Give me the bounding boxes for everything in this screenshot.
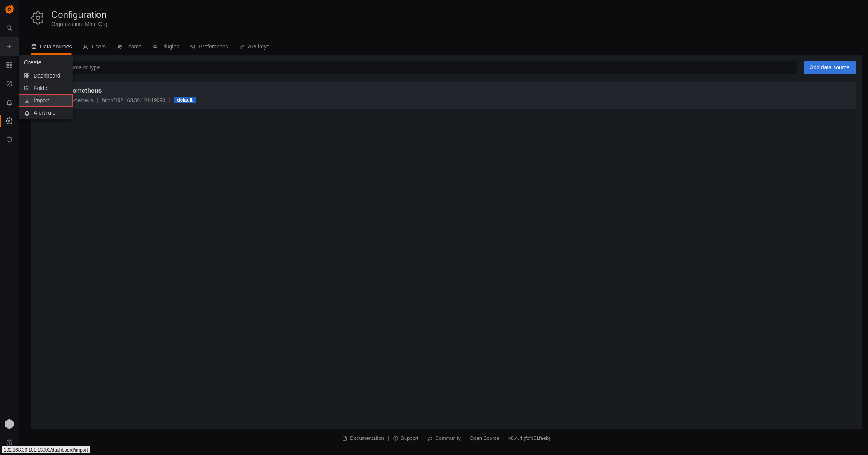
footer: Documentation | Support | Community | Op… <box>31 429 862 449</box>
create-flyout: Create Dashboard Folder Import Alert rul… <box>19 55 73 119</box>
nav-create[interactable] <box>0 37 19 56</box>
data-sources-panel: Add data source Prometheus Prometheus | … <box>31 55 862 429</box>
import-icon <box>24 98 30 103</box>
svg-point-9 <box>7 81 12 86</box>
tab-label: Users <box>91 43 106 50</box>
tab-label: Teams <box>126 43 141 50</box>
footer-community[interactable]: Community <box>427 435 461 441</box>
nav-server-admin[interactable] <box>0 130 19 149</box>
compass-icon <box>6 80 13 87</box>
nav-user[interactable] <box>0 415 19 433</box>
tab-data-sources[interactable]: Data sources <box>31 40 72 54</box>
nav-alerting[interactable] <box>0 93 19 112</box>
page-subtitle: Organization: Main Org. <box>51 21 109 27</box>
bell-icon <box>24 110 30 116</box>
key-icon <box>239 44 245 50</box>
tab-api-keys[interactable]: API keys <box>239 40 269 54</box>
flyout-title: Create <box>19 55 73 69</box>
svg-rect-7 <box>7 66 9 68</box>
database-icon <box>31 44 37 50</box>
svg-point-28 <box>191 45 192 47</box>
flyout-label: Import <box>34 97 49 103</box>
search-input[interactable] <box>37 61 797 74</box>
svg-rect-15 <box>28 73 29 75</box>
page-gear-icon <box>31 11 45 26</box>
data-source-url: http://192.168.30.101:19090 <box>102 97 165 103</box>
nav-configuration[interactable] <box>0 112 19 130</box>
footer-documentation[interactable]: Documentation <box>342 435 384 441</box>
search-icon <box>6 24 13 31</box>
users-icon <box>117 44 122 50</box>
svg-point-1 <box>7 26 11 30</box>
svg-rect-5 <box>7 62 9 64</box>
flyout-label: Folder <box>34 85 49 91</box>
page-header: Configuration Organization: Main Org. <box>31 9 862 27</box>
tab-label: Preferences <box>199 43 228 50</box>
apps-icon <box>24 73 30 79</box>
footer-version: v8.4.4 (fcfb01faeb) <box>508 435 550 441</box>
svg-point-21 <box>36 16 40 19</box>
svg-rect-17 <box>28 76 29 78</box>
svg-rect-8 <box>10 66 12 68</box>
tab-label: Data sources <box>40 43 72 50</box>
svg-marker-10 <box>9 83 10 85</box>
svg-point-13 <box>9 444 10 444</box>
default-badge: default <box>174 97 196 103</box>
grafana-logo[interactable] <box>0 0 19 19</box>
flyout-label: Alert rule <box>34 110 55 116</box>
help-icon <box>6 439 13 446</box>
footer-support[interactable]: Support <box>393 435 418 441</box>
tab-preferences[interactable]: Preferences <box>190 40 228 54</box>
svg-line-2 <box>10 29 12 30</box>
flyout-item-dashboard[interactable]: Dashboard <box>19 69 73 82</box>
avatar-icon <box>5 419 14 429</box>
bell-icon <box>6 99 13 106</box>
flyout-item-alert-rule[interactable]: Alert rule <box>19 107 73 119</box>
flyout-item-folder[interactable]: Folder <box>19 82 73 94</box>
status-bar-url: 192.168.30.101:13000/dashboard/import <box>2 446 90 453</box>
user-icon <box>83 44 88 50</box>
config-tabs: Data sources Users Teams Plugins Prefere… <box>31 40 862 55</box>
nav-dashboards[interactable] <box>0 56 19 74</box>
separator: | <box>97 97 98 103</box>
gear-icon <box>6 117 13 124</box>
grafana-swirl-icon <box>4 4 15 15</box>
svg-point-24 <box>118 45 120 47</box>
help-icon <box>393 436 398 441</box>
tab-label: API keys <box>248 43 269 50</box>
shield-icon <box>6 136 13 143</box>
left-sidebar <box>0 0 19 455</box>
tab-label: Plugins <box>161 43 179 50</box>
footer-license: Open Source <box>470 435 499 441</box>
svg-point-23 <box>84 45 86 47</box>
svg-point-25 <box>120 45 121 47</box>
svg-point-30 <box>192 47 193 48</box>
tab-teams[interactable]: Teams <box>117 40 141 54</box>
flyout-item-import[interactable]: Import <box>19 94 73 107</box>
main-area: Configuration Organization: Main Org. Da… <box>19 0 868 455</box>
svg-rect-6 <box>10 62 12 64</box>
nav-search[interactable] <box>0 19 19 37</box>
data-source-card[interactable]: Prometheus Prometheus | http://192.168.3… <box>37 82 856 109</box>
svg-point-0 <box>9 9 10 10</box>
svg-rect-16 <box>25 76 26 78</box>
plus-icon <box>6 43 13 50</box>
page-title: Configuration <box>51 9 109 20</box>
tab-users[interactable]: Users <box>83 40 106 54</box>
sliders-icon <box>190 44 196 50</box>
svg-point-11 <box>9 120 10 122</box>
document-icon <box>342 436 348 441</box>
separator: | <box>169 97 170 103</box>
chat-icon <box>427 436 433 441</box>
flyout-label: Dashboard <box>34 72 60 79</box>
svg-point-33 <box>240 46 242 48</box>
plug-icon <box>152 44 158 50</box>
apps-icon <box>6 62 13 69</box>
data-source-name: Prometheus <box>66 87 196 94</box>
tab-plugins[interactable]: Plugins <box>152 40 179 54</box>
add-data-source-button[interactable]: Add data source <box>804 61 856 74</box>
nav-explore[interactable] <box>0 74 19 93</box>
svg-point-32 <box>194 45 195 46</box>
folder-plus-icon <box>24 85 30 91</box>
svg-point-22 <box>32 44 36 46</box>
